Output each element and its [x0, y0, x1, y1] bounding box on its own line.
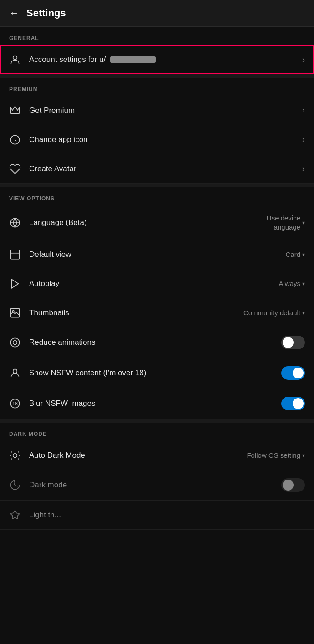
autoplay-label: Autoplay: [29, 279, 279, 288]
thumbnails-icon: [9, 307, 29, 319]
show-nsfw-icon: [9, 367, 29, 379]
svg-line-20: [11, 458, 12, 459]
svg-text:18: 18: [12, 401, 18, 406]
default-view-label: Default view: [29, 250, 285, 259]
svg-line-16: [11, 451, 12, 452]
section-dark-mode: DARK MODE: [0, 423, 314, 441]
section-premium: PREMIUM: [0, 78, 314, 96]
language-label: Language (Beta): [29, 218, 237, 227]
create-avatar-item[interactable]: Create Avatar ›: [0, 154, 314, 184]
svg-point-7: [13, 310, 14, 312]
svg-marker-5: [11, 279, 18, 288]
blur-nsfw-label: Blur NSFW Images: [29, 399, 281, 408]
premium-icon: [9, 105, 29, 117]
divider-1: [0, 74, 314, 78]
autoplay-item[interactable]: Autoplay Always ▾: [0, 269, 314, 298]
light-theme-icon: [9, 509, 29, 521]
divider-3: [0, 419, 314, 423]
blur-nsfw-slider: [281, 397, 305, 410]
account-settings-item[interactable]: Account settings for u/ ›: [0, 45, 314, 74]
dark-mode-item[interactable]: Dark mode: [0, 470, 314, 501]
change-app-icon-item[interactable]: Change app icon ›: [0, 125, 314, 154]
auto-dark-mode-value[interactable]: Follow OS setting ▾: [247, 451, 305, 459]
account-icon: [9, 54, 29, 66]
svg-rect-3: [10, 250, 20, 259]
light-theme-label: Light th...: [29, 511, 305, 520]
section-view-options: VIEW OPTIONS: [0, 187, 314, 205]
create-avatar-arrow: ›: [302, 164, 305, 174]
divider-2: [0, 184, 314, 187]
svg-point-13: [13, 453, 17, 457]
default-view-value[interactable]: Card ▾: [285, 250, 305, 258]
app-header: ← Settings: [0, 0, 314, 27]
get-premium-arrow: ›: [302, 106, 305, 115]
show-nsfw-label: Show NSFW content (I'm over 18): [29, 368, 281, 378]
auto-dark-mode-label: Auto Dark Mode: [29, 451, 247, 460]
blur-nsfw-icon: 18: [9, 398, 29, 409]
svg-point-8: [10, 338, 20, 347]
show-nsfw-item[interactable]: Show NSFW content (I'm over 18): [0, 358, 314, 388]
account-label: Account settings for u/: [29, 55, 302, 64]
get-premium-label: Get Premium: [29, 106, 302, 115]
dark-mode-toggle[interactable]: [281, 478, 305, 492]
get-premium-item[interactable]: Get Premium ›: [0, 96, 314, 125]
app-icon-icon: [9, 134, 29, 146]
svg-point-10: [13, 369, 17, 373]
blur-nsfw-toggle[interactable]: [281, 397, 305, 410]
auto-dark-mode-chevron: ▾: [302, 452, 305, 459]
reduce-animations-toggle[interactable]: [281, 336, 305, 349]
autoplay-chevron: ▾: [302, 281, 305, 287]
thumbnails-item[interactable]: Thumbnails Community default ▾: [0, 298, 314, 327]
auto-dark-mode-icon: [9, 450, 29, 461]
reduce-animations-slider: [281, 336, 305, 349]
back-button[interactable]: ←: [9, 7, 19, 19]
reduce-animations-label: Reduce animations: [29, 338, 281, 347]
change-app-icon-label: Change app icon: [29, 135, 302, 144]
autoplay-value[interactable]: Always ▾: [279, 280, 305, 287]
show-nsfw-toggle[interactable]: [281, 366, 305, 380]
change-app-icon-arrow: ›: [302, 135, 305, 144]
dark-mode-label: Dark mode: [29, 480, 281, 490]
reduce-animations-item[interactable]: Reduce animations: [0, 327, 314, 358]
thumbnails-chevron: ▾: [302, 310, 305, 316]
username-blur: [110, 56, 156, 63]
show-nsfw-slider: [281, 366, 305, 380]
default-view-chevron: ▾: [302, 251, 305, 258]
svg-point-9: [13, 341, 17, 345]
auto-dark-mode-item[interactable]: Auto Dark Mode Follow OS setting ▾: [0, 441, 314, 470]
dark-mode-icon: [9, 479, 29, 491]
default-view-item[interactable]: Default view Card ▾: [0, 240, 314, 269]
create-avatar-label: Create Avatar: [29, 164, 302, 174]
section-general: GENERAL: [0, 27, 314, 45]
thumbnails-value[interactable]: Community default ▾: [243, 309, 305, 317]
svg-line-17: [18, 458, 19, 459]
autoplay-icon: [9, 278, 29, 290]
default-view-icon: [9, 249, 29, 261]
svg-point-0: [13, 56, 17, 60]
language-chevron: ▾: [302, 220, 305, 226]
avatar-icon: [9, 163, 29, 175]
account-arrow: ›: [302, 55, 305, 65]
blur-nsfw-item[interactable]: 18 Blur NSFW Images: [0, 388, 314, 419]
light-theme-item[interactable]: Light th...: [0, 501, 314, 530]
dark-mode-slider: [281, 478, 305, 492]
thumbnails-label: Thumbnails: [29, 308, 243, 317]
language-icon: [9, 217, 29, 229]
language-value[interactable]: Use device language ▾: [237, 214, 305, 231]
svg-line-21: [18, 451, 19, 452]
reduce-animations-icon: [9, 337, 29, 348]
language-item[interactable]: Language (Beta) Use device language ▾: [0, 205, 314, 240]
page-title: Settings: [26, 7, 66, 19]
